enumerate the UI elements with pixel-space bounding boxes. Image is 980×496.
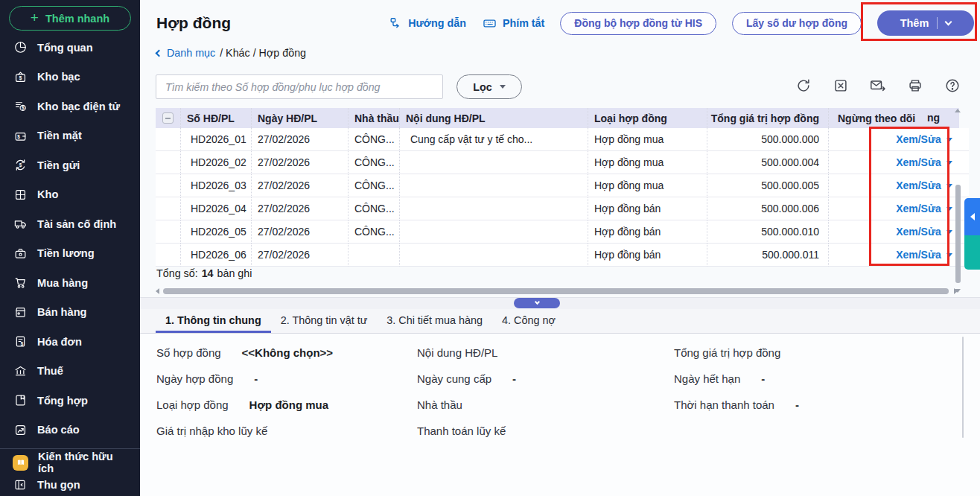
sidebar-item-tien-gui[interactable]: $ Tiền gửi xyxy=(0,150,140,180)
sidebar-item-label: Kho xyxy=(37,188,58,200)
cell-contract-date: 27/02/2026 xyxy=(252,128,349,151)
caret-down-icon[interactable] xyxy=(946,253,952,257)
tab-chi-tiet-mua-hang[interactable]: 3. Chi tiết mua hàng xyxy=(377,309,492,333)
view-edit-link[interactable]: Xem/Sửa xyxy=(896,156,941,168)
cell-contract-date: 27/02/2026 xyxy=(252,220,349,244)
sidebar-item-kien-thuc[interactable]: Kiến thức hữu ích xyxy=(0,451,140,474)
table-row[interactable]: HD2026_02 27/02/2026 CÔNG... Hợp đồng mu… xyxy=(156,151,959,174)
sidebar-item-label: Kiến thức hữu ích xyxy=(38,451,127,474)
scroll-up-arrow[interactable] xyxy=(955,109,961,112)
sidebar-item-bao-cao[interactable]: Báo cáo xyxy=(0,416,140,445)
view-edit-link[interactable]: Xem/Sửa xyxy=(896,249,941,261)
guide-link[interactable]: Hướng dẫn xyxy=(389,16,466,31)
table-row[interactable]: HD2026_06 27/02/2026 Hợp đồng bán 500.00… xyxy=(156,244,959,267)
tab-cong-no[interactable]: 4. Công nợ xyxy=(492,309,565,333)
invoice-doc-icon: $ xyxy=(13,334,28,349)
cell-content: Cung cấp vật tư y tế cho... xyxy=(400,128,588,151)
shortcut-link[interactable]: Phím tắt xyxy=(482,16,544,31)
page-title: Hợp đồng xyxy=(156,14,231,32)
detail-field: Thời hạn thanh toán- xyxy=(674,392,801,418)
table-row[interactable]: HD2026_05 27/02/2026 CÔNG... Hợp đồng bá… xyxy=(156,220,959,244)
sidebar-item-label: Kho bạc xyxy=(37,71,80,83)
add-button[interactable]: Thêm xyxy=(877,10,974,36)
view-edit-link[interactable]: Xem/Sửa xyxy=(896,179,941,191)
select-all-checkbox[interactable] xyxy=(162,112,174,124)
side-panel-toggle[interactable] xyxy=(964,198,980,235)
record-count: Tổng số: 14 bản ghi xyxy=(156,267,252,279)
vertical-scrollbar[interactable] xyxy=(954,109,962,293)
table-row[interactable]: HD2026_01 27/02/2026 CÔNG... Cung cấp vậ… xyxy=(156,128,959,151)
cell-contract-no: HD2026_05 xyxy=(181,220,252,244)
col-total-value[interactable]: Tổng giá trị hợp đồng xyxy=(707,108,829,128)
table-row[interactable]: HD2026_04 27/02/2026 CÔNG... Hợp đồng bá… xyxy=(156,197,959,220)
cell-content xyxy=(400,174,588,197)
sidebar-divider xyxy=(0,448,140,449)
sidebar-item-tong-hop[interactable]: Tổng hợp xyxy=(0,386,140,416)
col-contract-no[interactable]: Số HĐ/PL xyxy=(181,108,252,128)
sync-his-button[interactable]: Đồng bộ hợp đồng từ HIS xyxy=(560,12,716,35)
scroll-left-arrow[interactable] xyxy=(156,288,159,294)
caret-down-icon[interactable] xyxy=(946,161,952,165)
view-edit-link[interactable]: Xem/Sửa xyxy=(896,203,941,214)
cell-content xyxy=(400,244,588,267)
cell-content xyxy=(400,151,588,174)
sidebar-item-tien-mat[interactable]: $ Tiền mặt xyxy=(0,121,140,151)
sidebar-item-label: Thu gọn xyxy=(37,479,80,491)
print-icon[interactable] xyxy=(906,77,923,94)
col-content[interactable]: Nội dung HĐ/PL xyxy=(400,108,588,128)
table-row[interactable]: HD2026_03 27/02/2026 CÔNG... Hợp đồng mu… xyxy=(156,174,959,197)
sidebar-item-mua-hang[interactable]: Mua hàng xyxy=(0,268,140,298)
sidebar-item-ban-hang[interactable]: Bán hàng xyxy=(0,298,140,328)
col-type[interactable]: Loại hợp đồng xyxy=(588,108,707,128)
sidebar-item-tien-luong[interactable]: Tiền lương xyxy=(0,239,140,269)
deposit-cycle-icon: $ xyxy=(13,158,28,173)
scrollbar-thumb[interactable] xyxy=(163,288,949,294)
view-edit-link[interactable]: Xem/Sửa xyxy=(896,226,941,238)
side-panel-tab[interactable] xyxy=(964,235,980,270)
caret-down-icon[interactable] xyxy=(946,138,952,142)
detail-column-3: Tổng giá trị hợp đồng Ngày hết hạn- Thời… xyxy=(674,340,801,418)
detail-field: Thanh toán lũy kế xyxy=(417,418,526,444)
sidebar-item-tai-san-co-dinh[interactable]: Tài sản cố định xyxy=(0,209,140,239)
sidebar-item-kho-bac[interactable]: $ Kho bạc xyxy=(0,63,140,92)
tab-thong-tin-vat-tu[interactable]: 2. Thông tin vật tư xyxy=(271,309,378,333)
filter-button[interactable]: Lọc xyxy=(456,74,522,99)
sidebar-item-label: Tiền lương xyxy=(37,247,95,259)
search-input[interactable] xyxy=(156,74,443,99)
caret-down-icon[interactable] xyxy=(946,230,952,234)
export-excel-icon[interactable] xyxy=(832,77,849,94)
view-edit-link[interactable]: Xem/Sửa xyxy=(896,133,941,145)
help-icon[interactable] xyxy=(944,77,961,94)
horizontal-scrollbar[interactable] xyxy=(156,287,959,296)
tab-thong-tin-chung[interactable]: 1. Thông tin chung xyxy=(156,309,271,333)
col-contract-date[interactable]: Ngày HĐ/PL xyxy=(252,108,349,128)
detail-scrollbar[interactable] xyxy=(962,337,964,438)
cell-content xyxy=(400,197,588,220)
sidebar-item-thu-gon[interactable]: Thu gọn xyxy=(0,474,140,496)
get-balance-button[interactable]: Lấy số dư hợp đồng xyxy=(732,12,862,35)
clipped-column-fragment: ng xyxy=(927,112,940,124)
quick-add-button[interactable]: + Thêm nhanh xyxy=(9,6,131,31)
sidebar-item-label: Tổng quan xyxy=(37,42,93,54)
svg-text:$: $ xyxy=(21,106,24,112)
sidebar-item-kho[interactable]: Kho xyxy=(0,180,140,210)
caret-down-icon[interactable] xyxy=(946,184,952,188)
breadcrumb-back-link[interactable]: Danh mục xyxy=(167,47,215,59)
collapse-detail-pill[interactable] xyxy=(514,298,560,308)
sidebar-item-tong-quan[interactable]: Tổng quan xyxy=(0,33,140,63)
cell-contractor: CÔNG... xyxy=(349,151,400,174)
send-mail-icon[interactable] xyxy=(869,77,886,94)
scroll-down-arrow[interactable] xyxy=(955,289,961,293)
cell-contractor xyxy=(349,244,400,267)
report-chart-icon xyxy=(13,422,28,437)
sidebar-item-hoa-don[interactable]: $ Hóa đơn xyxy=(0,327,140,357)
asset-truck-icon xyxy=(13,217,28,232)
col-contractor[interactable]: Nhà thầu xyxy=(349,108,400,128)
scrollbar-thumb[interactable] xyxy=(955,185,961,283)
sidebar-item-kho-bac-dien-tu[interactable]: $ Kho bạc điện tử xyxy=(0,92,140,121)
cell-total-value: 500.000.011 xyxy=(707,244,829,267)
refresh-icon[interactable] xyxy=(795,77,812,94)
detail-column-2: Nội dung HĐ/PL Ngày cung cấp- Nhà thầu T… xyxy=(417,340,526,444)
sidebar-item-thue[interactable]: Thuế xyxy=(0,357,140,387)
caret-down-icon[interactable] xyxy=(946,207,952,211)
